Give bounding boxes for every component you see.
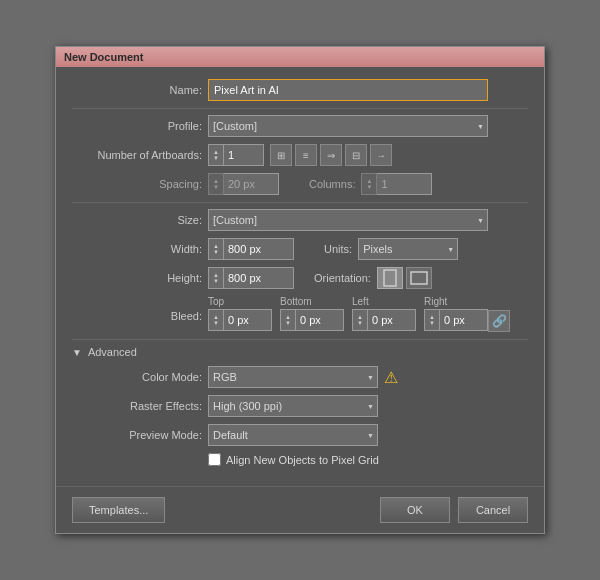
bleed-bottom-spinner: ▲ ▼ — [280, 309, 344, 331]
raster-effects-dropdown[interactable]: High (300 ppi) — [208, 395, 378, 417]
new-document-dialog: New Document Name: Profile: [Custom] Num… — [55, 46, 545, 534]
dialog-title: New Document — [64, 51, 143, 63]
bleed-left-spinner: ▲ ▼ — [352, 309, 416, 331]
spacing-label: Spacing: — [72, 178, 202, 190]
profile-label: Profile: — [72, 120, 202, 132]
height-spinner-btn[interactable]: ▲ ▼ — [208, 267, 224, 289]
spacing-columns-row: Spacing: ▲ ▼ Columns: ▲ ▼ — [72, 173, 528, 195]
height-input[interactable] — [224, 267, 294, 289]
ok-button[interactable]: OK — [380, 497, 450, 523]
artboards-label: Number of Artboards: — [72, 149, 202, 161]
profile-dropdown-wrapper: [Custom] — [208, 115, 488, 137]
bleed-right-label: Right — [424, 296, 447, 307]
preview-mode-row: Preview Mode: Default — [72, 424, 528, 446]
columns-spinner-btn[interactable]: ▲ ▼ — [361, 173, 377, 195]
size-dropdown-wrapper: [Custom] — [208, 209, 488, 231]
arrow-btn[interactable]: → — [370, 144, 392, 166]
bleed-left-col: Left ▲ ▼ — [352, 296, 416, 331]
warning-icon: ⚠ — [384, 368, 398, 387]
color-mode-dropdown-wrapper: RGB — [208, 366, 378, 388]
name-input[interactable] — [208, 79, 488, 101]
landscape-icon — [410, 271, 428, 285]
footer-right-buttons: OK Cancel — [380, 497, 528, 523]
bleed-left-label: Left — [352, 296, 369, 307]
bleed-right-spinner-btn[interactable]: ▲ ▼ — [424, 309, 440, 331]
height-spinner: ▲ ▼ — [208, 267, 294, 289]
columns-input[interactable] — [377, 173, 432, 195]
spacing-input[interactable] — [224, 173, 279, 195]
portrait-icon — [383, 269, 397, 287]
bleed-left-input[interactable] — [368, 309, 416, 331]
artboards-spinner: ▲ ▼ — [208, 144, 264, 166]
width-spinner: ▲ ▼ — [208, 238, 294, 260]
bleed-right-col: Right ▲ ▼ — [424, 296, 488, 331]
bleed-bottom-spinner-btn[interactable]: ▲ ▼ — [280, 309, 296, 331]
width-spinner-btn[interactable]: ▲ ▼ — [208, 238, 224, 260]
raster-effects-row: Raster Effects: High (300 ppi) — [72, 395, 528, 417]
spacing-spinner: ▲ ▼ — [208, 173, 279, 195]
spacing-spinner-btn[interactable]: ▲ ▼ — [208, 173, 224, 195]
down-arrow-h: ▼ — [213, 278, 219, 284]
down-arrow-s: ▼ — [213, 184, 219, 190]
bleed-top-spinner: ▲ ▼ — [208, 309, 272, 331]
profile-row: Profile: [Custom] — [72, 115, 528, 137]
preview-mode-dropdown-wrapper: Default — [208, 424, 378, 446]
templates-button[interactable]: Templates... — [72, 497, 165, 523]
artboards-input[interactable] — [224, 144, 264, 166]
height-orientation-row: Height: ▲ ▼ Orientation: — [72, 267, 528, 289]
bleed-left-spinner-btn[interactable]: ▲ ▼ — [352, 309, 368, 331]
row-layout-btn[interactable]: ≡ — [295, 144, 317, 166]
bleed-label: Bleed: — [72, 296, 202, 322]
bleed-top-spinner-btn[interactable]: ▲ ▼ — [208, 309, 224, 331]
spacing-layout-btn[interactable]: ⊟ — [345, 144, 367, 166]
orientation-label: Orientation: — [314, 272, 371, 284]
dialog-footer: Templates... OK Cancel — [56, 486, 544, 533]
units-dropdown-wrapper: Pixels — [358, 238, 458, 260]
color-mode-label: Color Mode: — [72, 371, 202, 383]
units-dropdown[interactable]: Pixels — [358, 238, 458, 260]
columns-label: Columns: — [309, 178, 355, 190]
bleed-top-col: Top ▲ ▼ — [208, 296, 272, 331]
name-label: Name: — [72, 84, 202, 96]
name-row: Name: — [72, 79, 528, 101]
bleed-top-input[interactable] — [224, 309, 272, 331]
chain-btn[interactable]: 🔗 — [488, 310, 510, 332]
down-arrow: ▼ — [213, 155, 219, 161]
align-pixel-checkbox[interactable] — [208, 453, 221, 466]
color-mode-dropdown[interactable]: RGB — [208, 366, 378, 388]
bleed-section: Bleed: Top ▲ ▼ Bottom — [72, 296, 528, 332]
size-label: Size: — [72, 214, 202, 226]
artboards-spinner-btn[interactable]: ▲ ▼ — [208, 144, 224, 166]
down-arrow-c: ▼ — [366, 184, 372, 190]
bleed-bottom-label: Bottom — [280, 296, 312, 307]
profile-dropdown[interactable]: [Custom] — [208, 115, 488, 137]
bleed-right-spinner: ▲ ▼ — [424, 309, 488, 331]
preview-mode-dropdown[interactable]: Default — [208, 424, 378, 446]
svg-rect-1 — [411, 272, 427, 284]
width-label: Width: — [72, 243, 202, 255]
height-label: Height: — [72, 272, 202, 284]
size-row: Size: [Custom] — [72, 209, 528, 231]
artboard-layout-controls: ⊞ ≡ ⇒ ⊟ → — [270, 144, 392, 166]
width-input[interactable] — [224, 238, 294, 260]
preview-mode-label: Preview Mode: — [72, 429, 202, 441]
advanced-header[interactable]: ▼ Advanced — [72, 346, 528, 358]
raster-effects-label: Raster Effects: — [72, 400, 202, 412]
cancel-button[interactable]: Cancel — [458, 497, 528, 523]
bleed-right-input[interactable] — [440, 309, 488, 331]
columns-spinner: ▲ ▼ — [361, 173, 432, 195]
size-dropdown[interactable]: [Custom] — [208, 209, 488, 231]
portrait-btn[interactable] — [377, 267, 403, 289]
advanced-arrow-icon: ▼ — [72, 347, 82, 358]
svg-rect-0 — [384, 270, 396, 286]
bleed-bottom-input[interactable] — [296, 309, 344, 331]
landscape-btn[interactable] — [406, 267, 432, 289]
bleed-bottom-col: Bottom ▲ ▼ — [280, 296, 344, 331]
col-layout-btn[interactable]: ⇒ — [320, 144, 342, 166]
width-units-row: Width: ▲ ▼ Units: Pixels — [72, 238, 528, 260]
grid-layout-btn[interactable]: ⊞ — [270, 144, 292, 166]
artboards-row: Number of Artboards: ▲ ▼ ⊞ ≡ ⇒ ⊟ → — [72, 144, 528, 166]
orientation-buttons — [377, 267, 432, 289]
advanced-section: ▼ Advanced Color Mode: RGB ⚠ Raster Effe… — [72, 339, 528, 466]
down-arrow-w: ▼ — [213, 249, 219, 255]
